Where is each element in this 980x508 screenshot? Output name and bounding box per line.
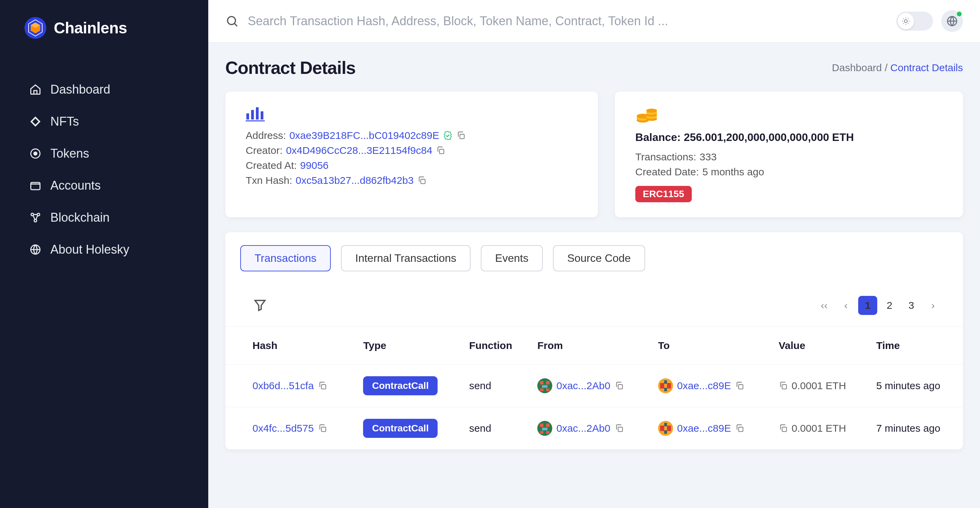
theme-toggle-knob [898,13,914,29]
txn-hash-label: Txn Hash: [246,175,292,186]
tab-internal-transactions[interactable]: Internal Transactions [341,245,471,271]
creator-value[interactable]: 0x4D496CcC28...3E21154f9c84 [286,145,432,156]
copy-icon[interactable] [778,424,788,433]
row-hash[interactable]: 0x4fc...5d575 [253,422,314,434]
breadcrumb-current[interactable]: Contract Details [891,62,963,73]
wallet-icon [29,180,41,192]
search-input[interactable] [248,14,896,28]
svg-rect-54 [664,430,667,434]
svg-rect-38 [664,380,667,384]
svg-rect-51 [660,425,664,431]
svg-rect-34 [618,385,622,389]
svg-rect-44 [540,424,543,427]
svg-rect-27 [321,385,326,389]
txn-hash-value[interactable]: 0xc5a13b27...d862fb42b3 [296,175,414,186]
pagination-next[interactable]: › [924,296,943,315]
svg-rect-49 [618,427,622,432]
theme-toggle[interactable] [896,11,933,31]
sidebar-item-about[interactable]: About Holesky [0,234,208,266]
copy-icon[interactable] [735,381,745,390]
tx-count-label: Transactions: [635,151,696,163]
copy-icon[interactable] [778,381,788,390]
copy-icon[interactable] [417,176,427,185]
sidebar-item-accounts[interactable]: Accounts [0,170,208,202]
standard-badge: ERC1155 [635,186,692,202]
sidebar-item-label: Accounts [50,178,101,193]
identicon [658,378,673,393]
sidebar-item-tokens[interactable]: Tokens [0,137,208,170]
created-at-value[interactable]: 99056 [300,160,328,171]
col-time: Time [869,327,963,365]
row-from[interactable]: 0xac...2Ab0 [556,422,610,434]
tab-transactions[interactable]: Transactions [240,245,331,271]
pagination-page-3[interactable]: 3 [902,296,921,315]
address-value[interactable]: 0xae39B218FC...bC019402c89E [289,130,439,141]
status-dot [957,11,962,16]
row-time: 5 minutes ago [869,365,963,407]
pagination-page-1[interactable]: 1 [858,296,877,315]
sidebar-item-dashboard[interactable]: Dashboard [0,73,208,105]
svg-rect-45 [546,424,550,427]
coins-icon [635,107,659,125]
pagination-prev[interactable]: ‹ [837,296,856,315]
svg-rect-46 [542,428,547,430]
globe-icon [946,15,958,27]
contract-summary-card: Balance: 256.001,200,000,000,000,000 ETH… [615,92,963,217]
contract-details-card: Address: 0xae39B218FC...bC019402c89E Cre… [225,92,598,217]
row-function: send [463,407,531,450]
row-value: 0.0001 ETH [791,422,846,434]
tab-source-code[interactable]: Source Code [553,245,645,271]
copy-icon[interactable] [318,381,327,390]
col-function: Function [463,327,531,365]
copy-icon[interactable] [436,146,445,155]
row-to[interactable]: 0xae...c89E [677,422,731,434]
row-hash[interactable]: 0xb6d...51cfa [253,380,314,392]
search-icon [225,14,239,28]
copy-icon[interactable] [614,381,624,390]
sidebar-item-label: About Holesky [50,242,129,257]
sidebar-item-nfts[interactable]: NFTs [0,105,208,137]
created-date-label: Created Date: [635,166,699,178]
copy-icon[interactable] [735,424,745,433]
svg-point-26 [646,108,657,113]
col-value: Value [772,327,869,365]
svg-rect-32 [540,389,543,391]
brand-name: Chainlens [54,19,127,37]
breadcrumb-sep: / [885,62,888,73]
verified-icon [443,131,453,141]
brand-logo[interactable]: Chainlens [0,16,208,60]
row-value: 0.0001 ETH [791,380,846,392]
breadcrumb: Dashboard / Contract Details [832,62,963,73]
svg-point-9 [904,20,907,23]
svg-rect-55 [739,427,743,432]
network-button[interactable] [941,10,963,32]
svg-rect-18 [421,180,425,184]
pagination-first[interactable]: ‹‹ [815,296,834,315]
breadcrumb-root[interactable]: Dashboard [832,62,882,73]
table-row: 0x4fc...5d575 ContractCall send 0xac...2… [225,407,963,450]
filter-icon[interactable] [253,298,267,313]
tab-events[interactable]: Events [481,245,543,271]
token-icon [29,147,41,160]
row-to[interactable]: 0xae...c89E [677,380,731,392]
address-label: Address: [246,130,286,141]
svg-point-8 [228,17,235,24]
row-type: ContractCall [363,419,437,438]
svg-rect-52 [667,425,671,431]
sidebar-item-label: NFTs [50,115,79,129]
copy-icon[interactable] [318,424,327,433]
row-function: send [463,365,531,407]
svg-rect-11 [247,113,249,119]
row-from[interactable]: 0xac...2Ab0 [556,380,610,392]
copy-icon[interactable] [614,424,624,433]
bar-chart-icon[interactable] [246,107,265,123]
svg-rect-48 [546,431,550,434]
sidebar-item-blockchain[interactable]: Blockchain [0,202,208,234]
svg-rect-42 [321,427,326,432]
pagination-page-2[interactable]: 2 [880,296,899,315]
col-hash: Hash [225,327,356,365]
created-date-value: 5 months ago [702,166,764,178]
copy-icon[interactable] [456,131,466,140]
svg-rect-47 [540,431,543,434]
svg-rect-31 [542,385,547,388]
